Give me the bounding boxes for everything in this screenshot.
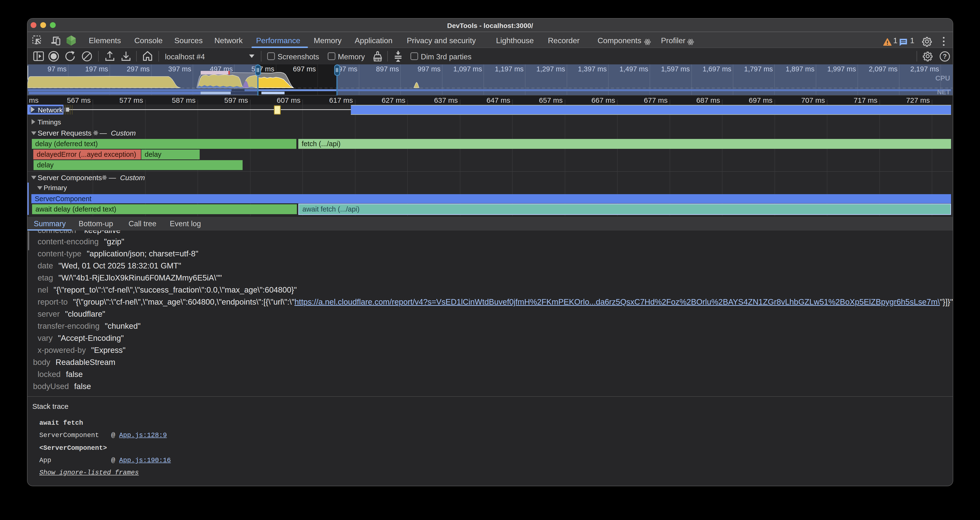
svg-text:?: ? — [943, 53, 947, 60]
